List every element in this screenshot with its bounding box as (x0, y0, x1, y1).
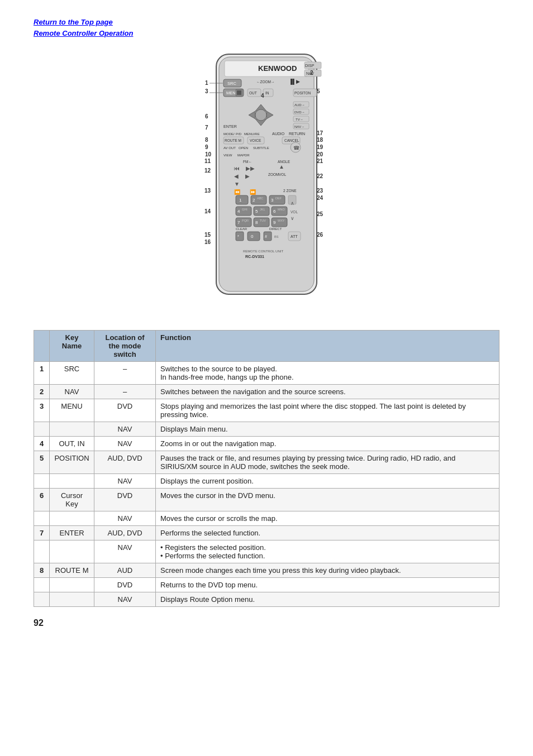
svg-text:22: 22 (317, 173, 323, 179)
row-number: 7 (34, 526, 50, 540)
svg-text:JKL: JKL (260, 208, 265, 211)
page: Return to the Top page Remote Controller… (0, 0, 533, 650)
remote-controller-link[interactable]: Remote Controller Operation (34, 28, 499, 39)
row-mode: NAV (94, 437, 156, 451)
row-key (50, 422, 94, 437)
svg-text:CANCEL: CANCEL (284, 138, 299, 142)
remote-diagram: KENWOOD DISP NAV SRC ←ZOOM→ ▐▌ ▶ MENU (34, 49, 499, 317)
svg-text:ABC: ABC (257, 197, 263, 200)
svg-text:9: 9 (273, 220, 276, 225)
table-row: 1SRC–Switches to the source to be played… (34, 362, 499, 385)
svg-text:MODE/: MODE/ (223, 132, 235, 136)
row-mode: AUD (94, 563, 156, 578)
table-row: 2NAV–Switches between the navigation and… (34, 385, 499, 399)
row-key (50, 578, 94, 592)
svg-text:#: # (265, 235, 267, 238)
row-function: Switches to the source to be played.In h… (156, 362, 499, 385)
svg-text:VOICE: VOICE (250, 138, 261, 142)
svg-text:24: 24 (317, 195, 323, 201)
row-mode: DVD (94, 578, 156, 592)
row-number (34, 578, 50, 592)
svg-text:▶▶: ▶▶ (246, 165, 255, 171)
svg-text:0: 0 (251, 234, 254, 239)
row-number: 2 (34, 385, 50, 399)
table-row: 6Cursor KeyDVDMoves the cursor in the DV… (34, 489, 499, 511)
col-header-func: Function (156, 331, 499, 362)
svg-text:ANGLE: ANGLE (278, 160, 291, 164)
row-mode: AUD, DVD (94, 526, 156, 540)
row-mode: NAV (94, 474, 156, 489)
svg-text:IN: IN (265, 91, 269, 95)
row-mode: DVD (94, 489, 156, 511)
svg-text:20: 20 (317, 151, 323, 157)
svg-text:▶: ▶ (296, 79, 300, 84)
row-key: NAV (50, 385, 94, 399)
svg-text:*: * (237, 235, 239, 238)
table-row: NAVDisplays the current position. (34, 474, 499, 489)
row-number: 6 (34, 489, 50, 511)
svg-text:16: 16 (204, 239, 211, 245)
row-number (34, 422, 50, 437)
svg-text:21: 21 (317, 158, 323, 164)
row-key (50, 540, 94, 563)
table-row: DVDReturns to the DVD top menu. (34, 578, 499, 592)
svg-text:WXY: WXY (278, 219, 285, 222)
svg-text:19: 19 (317, 144, 323, 150)
svg-text:VIEW: VIEW (223, 154, 232, 157)
svg-text:ATT: ATT (291, 235, 298, 238)
row-function: Performs the selected function. (156, 526, 499, 540)
row-function: Switches between the navigation and the … (156, 385, 499, 399)
svg-text:15: 15 (204, 232, 211, 238)
svg-text:BS: BS (274, 235, 279, 238)
svg-text:←ZOOM→: ←ZOOM→ (256, 80, 275, 84)
row-number: 4 (34, 437, 50, 451)
table-row: 7ENTERAUD, DVDPerforms the selected func… (34, 526, 499, 540)
svg-text:MAPDR: MAPDR (237, 154, 250, 157)
svg-text:⏪: ⏪ (234, 189, 241, 195)
svg-text:RC-DV331: RC-DV331 (245, 255, 264, 259)
row-key: Cursor Key (50, 489, 94, 511)
svg-text:SRC: SRC (227, 81, 236, 86)
row-number (34, 511, 50, 526)
svg-text:5: 5 (317, 88, 320, 94)
svg-text:13: 13 (204, 188, 211, 194)
row-mode: – (94, 362, 156, 385)
svg-text:3: 3 (205, 88, 208, 94)
svg-point-27 (255, 109, 266, 121)
row-mode: NAV (94, 540, 156, 563)
svg-text:∧: ∧ (291, 200, 294, 206)
row-key (50, 511, 94, 526)
svg-text:POSITON: POSITON (294, 91, 311, 95)
row-key (50, 474, 94, 489)
svg-text:25: 25 (317, 211, 323, 217)
return-top-link[interactable]: Return to the Top page (34, 17, 499, 28)
row-mode: – (94, 385, 156, 399)
svg-text:1: 1 (239, 198, 242, 203)
row-function: Pauses the track or file, and resumes pl… (156, 451, 499, 474)
row-mode: DVD (94, 399, 156, 422)
row-key: SRC (50, 362, 94, 385)
svg-text:8: 8 (255, 220, 258, 225)
svg-text:TUV: TUV (260, 219, 266, 222)
row-function: Returns to the DVD top menu. (156, 578, 499, 592)
svg-text:VOL: VOL (279, 173, 286, 176)
row-function: Zooms in or out the navigation map. (156, 437, 499, 451)
col-header-mode: Location ofthe mode switch (94, 331, 156, 362)
svg-text:NAV→: NAV→ (294, 125, 304, 128)
top-links: Return to the Top page Remote Controller… (34, 17, 499, 39)
row-function: Stops playing and memorizes the last poi… (156, 399, 499, 422)
svg-text:MNO: MNO (278, 208, 285, 211)
svg-text:DEF: DEF (275, 197, 282, 200)
svg-text:MENU/RE: MENU/RE (244, 132, 260, 136)
svg-text:18: 18 (317, 137, 323, 143)
svg-text:2: 2 (310, 70, 313, 76)
table-row: NAV• Registers the selected position.• P… (34, 540, 499, 563)
svg-text:VOL: VOL (291, 210, 298, 214)
svg-text:4: 4 (237, 209, 240, 214)
svg-text:CLEAR: CLEAR (236, 227, 248, 231)
key-function-table: KeyName Location ofthe mode switch Funct… (34, 330, 499, 607)
row-number: 5 (34, 451, 50, 474)
svg-text:7: 7 (205, 125, 208, 131)
svg-rect-102 (248, 232, 260, 241)
col-header-num (34, 331, 50, 362)
